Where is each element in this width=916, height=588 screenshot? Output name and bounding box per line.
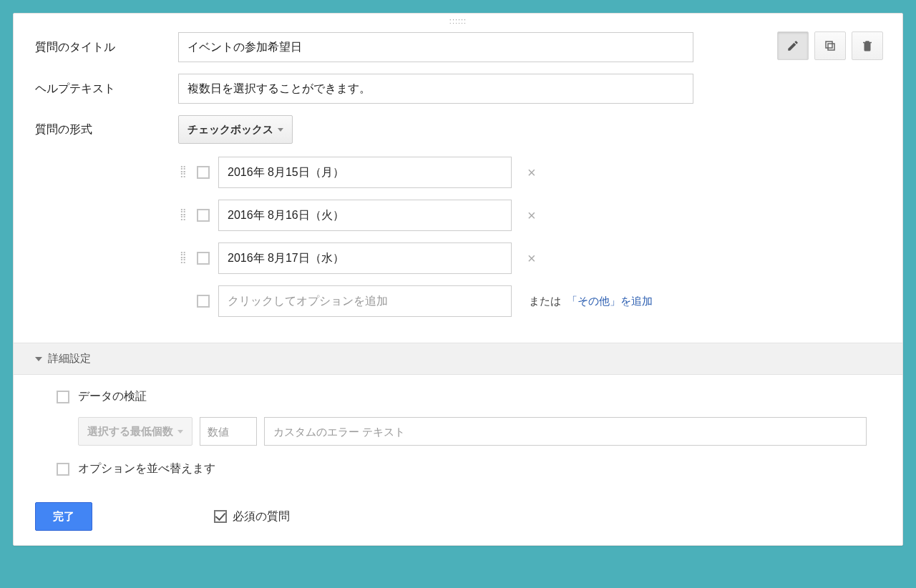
add-option-input[interactable] — [218, 285, 512, 317]
remove-option-icon[interactable]: × — [523, 207, 540, 224]
duplicate-button[interactable] — [814, 31, 846, 60]
advanced-settings-label: 詳細設定 — [48, 352, 91, 366]
option-row: ⠿⠿ × — [178, 242, 881, 274]
help-text-label: ヘルプテキスト — [35, 82, 164, 97]
option-row: ⠿⠿ × — [178, 200, 881, 231]
advanced-settings-body: データの検証 選択する最低個数 オプションを並べ替えます — [14, 375, 902, 495]
option-input[interactable] — [218, 200, 512, 231]
remove-option-icon[interactable]: × — [523, 250, 540, 267]
chevron-down-icon — [177, 430, 183, 433]
trash-icon — [861, 39, 874, 52]
data-validation-checkbox[interactable] — [57, 391, 69, 403]
question-type-value: チェックボックス — [187, 123, 273, 137]
chevron-down-icon — [35, 357, 42, 361]
min-select-dropdown[interactable]: 選択する最低個数 — [78, 417, 193, 446]
option-checkbox — [197, 295, 210, 308]
option-checkbox[interactable] — [197, 209, 210, 222]
data-validation-label: データの検証 — [78, 389, 147, 404]
required-checkbox[interactable] — [214, 510, 227, 523]
drag-handle-icon[interactable]: ⠿⠿ — [178, 167, 188, 177]
advanced-settings-toggle[interactable]: 詳細設定 — [14, 343, 902, 375]
question-title-input[interactable] — [178, 32, 693, 62]
footer: 完了 必須の質問 — [14, 495, 902, 531]
panel-drag-handle[interactable]: :::::: — [14, 14, 902, 26]
question-editor-panel: :::::: 質問のタイトル ヘルプテキスト 質問の形式 チェックボックス ⠿⠿ — [13, 13, 903, 546]
shuffle-options-label: オプションを並べ替えます — [78, 461, 215, 476]
toolbar — [777, 31, 883, 60]
option-checkbox[interactable] — [197, 166, 210, 179]
question-type-label: 質問の形式 — [35, 122, 164, 137]
delete-button[interactable] — [852, 31, 883, 60]
add-other-link[interactable]: 「その他」を追加 — [567, 295, 653, 308]
remove-option-icon[interactable]: × — [523, 165, 540, 181]
svg-rect-0 — [828, 44, 834, 50]
drag-handle-icon[interactable]: ⠿⠿ — [178, 253, 188, 263]
required-label: 必須の質問 — [233, 509, 290, 524]
done-button[interactable]: 完了 — [35, 502, 92, 531]
option-row: ⠿⠿ × — [178, 157, 881, 188]
min-select-label: 選択する最低個数 — [87, 425, 173, 438]
option-input[interactable] — [218, 242, 512, 274]
add-option-row: または 「その他」を追加 — [178, 285, 881, 317]
svg-rect-1 — [826, 41, 832, 48]
question-type-dropdown[interactable]: チェックボックス — [178, 115, 293, 144]
option-checkbox[interactable] — [197, 252, 210, 265]
edit-button[interactable] — [777, 31, 809, 60]
shuffle-options-checkbox[interactable] — [57, 463, 69, 476]
copy-icon — [824, 39, 837, 52]
help-text-input[interactable] — [178, 74, 693, 104]
validation-error-input[interactable] — [264, 417, 867, 446]
options-list: ⠿⠿ × ⠿⠿ × ⠿⠿ × または 「その他」を追加 — [14, 150, 902, 335]
drag-handle-icon[interactable]: ⠿⠿ — [178, 210, 188, 220]
pencil-icon — [786, 39, 799, 52]
question-title-label: 質問のタイトル — [35, 40, 164, 55]
or-text: または — [529, 295, 561, 308]
validation-controls: 選択する最低個数 — [78, 417, 867, 446]
chevron-down-icon — [278, 128, 283, 132]
validation-number-input[interactable] — [200, 417, 257, 446]
option-input[interactable] — [218, 157, 512, 188]
